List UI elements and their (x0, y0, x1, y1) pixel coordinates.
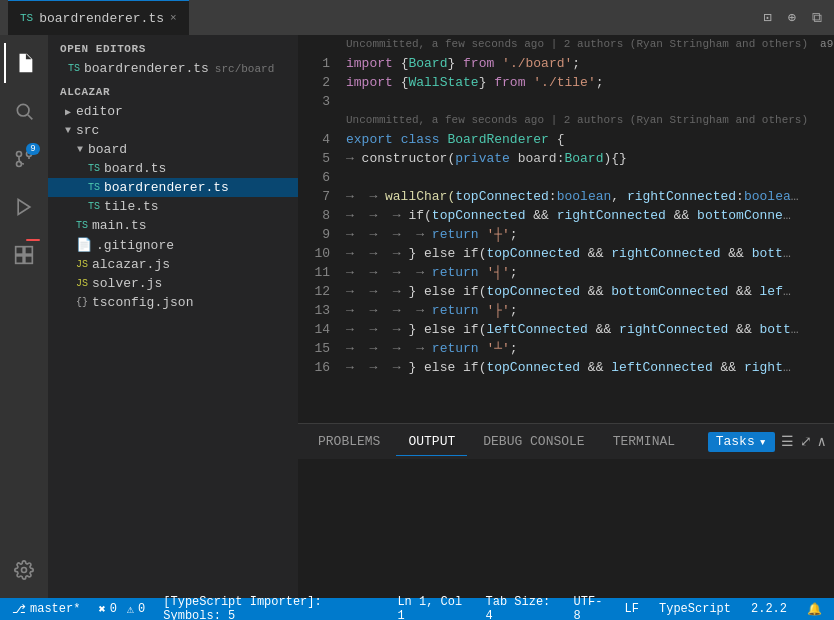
encoding-label: UTF-8 (574, 595, 605, 620)
status-version[interactable]: 2.2.2 (747, 598, 791, 620)
ts-icon-main: TS (76, 220, 88, 231)
tree-item-boardrenderer-ts[interactable]: TS boardrenderer.ts (48, 178, 298, 197)
bell-icon: 🔔 (807, 602, 822, 617)
svg-rect-7 (25, 247, 33, 255)
activity-settings[interactable] (4, 550, 44, 590)
status-language[interactable]: TypeScript (655, 598, 735, 620)
svg-rect-8 (16, 256, 24, 264)
panel-content (298, 459, 834, 598)
tree-item-src[interactable]: ▼ src (48, 121, 298, 140)
code-line-12: → → → } else if( topConnected && bottomC… (338, 282, 834, 301)
activity-files[interactable] (4, 43, 44, 83)
code-line-14: → → → } else if( leftConnected && rightC… (338, 320, 834, 339)
open-editors-section: OPEN EDITORS (48, 35, 298, 59)
tree-item-board[interactable]: ▼ board (48, 140, 298, 159)
tree-label-alcazar: alcazar.js (92, 257, 170, 272)
panel-tab-output[interactable]: OUTPUT (396, 428, 467, 456)
js-icon-alcazar: JS (76, 259, 88, 270)
status-branch[interactable]: ⎇ master* (8, 598, 84, 620)
activity-extensions[interactable] (4, 235, 44, 275)
svg-rect-9 (25, 256, 33, 264)
tree-item-tsconfig[interactable]: {} tsconfig.json (48, 293, 298, 312)
code-line-5: → constructor( private board: Board ){} (338, 149, 834, 168)
line-number-16: 16 (298, 358, 330, 377)
ts-importer-label: [TypeScript Importer]: Symbols: 5 (163, 595, 377, 620)
tab-actions: ⊡ ⊕ ⧉ (759, 7, 826, 28)
code-line-1: import {Board} from './board' ; (338, 54, 834, 73)
editor-content[interactable]: 1 2 3 4 5 6 7 8 9 10 11 12 13 1 (298, 35, 834, 423)
tree-item-editor[interactable]: ▶ editor (48, 102, 298, 121)
tree-label-tsconfig: tsconfig.json (92, 295, 193, 310)
tree-label-gitignore: .gitignore (96, 238, 174, 253)
open-editor-label: boardrenderer.ts (84, 61, 209, 76)
activity-debug[interactable] (4, 187, 44, 227)
panel-icon-close[interactable]: ∧ (818, 433, 826, 450)
position-label: Ln 1, Col 1 (397, 595, 465, 620)
code-lines: Uncommitted, a few seconds ago | 2 autho… (338, 35, 834, 423)
tree-item-alcazar-js[interactable]: JS alcazar.js (48, 255, 298, 274)
tree-item-main-ts[interactable]: TS main.ts (48, 216, 298, 235)
tree-item-gitignore[interactable]: 📄 .gitignore (48, 235, 298, 255)
line-number-6: 6 (298, 168, 330, 187)
status-encoding[interactable]: UTF-8 (570, 598, 609, 620)
pin-icon[interactable]: ⊕ (784, 7, 800, 28)
code-line-11: → → → → return '┤' ; (338, 263, 834, 282)
collapse-arrow-editor: ▶ (60, 106, 76, 118)
warning-count: 0 (138, 602, 145, 616)
error-count: 0 (110, 602, 117, 616)
editor-tab[interactable]: TS boardrenderer.ts × (8, 0, 189, 35)
activity-source-control[interactable]: 9 (4, 139, 44, 179)
tree-label-solver: solver.js (92, 276, 162, 291)
version-label: 2.2.2 (751, 602, 787, 616)
line-number-12: 12 (298, 282, 330, 301)
svg-point-0 (17, 104, 29, 116)
ts-icon-small: TS (68, 63, 80, 74)
activity-search[interactable] (4, 91, 44, 131)
branch-name: master* (30, 602, 80, 616)
panel-tab-debug-console[interactable]: DEBUG CONSOLE (471, 428, 596, 455)
panel-tab-icons: Tasks ▾ ☰ ⤢ ∧ (708, 432, 826, 452)
status-right: Ln 1, Col 1 Tab Size: 4 UTF-8 LF TypeScr… (393, 598, 826, 620)
status-position[interactable]: Ln 1, Col 1 (393, 598, 469, 620)
layout-icon[interactable]: ⧉ (808, 8, 826, 28)
split-editor-icon[interactable]: ⊡ (759, 7, 775, 28)
line-number-14: 14 (298, 320, 330, 339)
tree-label-src: src (76, 123, 99, 138)
svg-marker-5 (18, 200, 30, 215)
panel-tab-terminal[interactable]: TERMINAL (601, 428, 687, 455)
tree-label-boardrenderer: boardrenderer.ts (104, 180, 229, 195)
status-bell[interactable]: 🔔 (803, 598, 826, 620)
json-icon-tsconfig: {} (76, 297, 88, 308)
tab-filename: boardrenderer.ts (39, 11, 164, 26)
tree-item-solver-js[interactable]: JS solver.js (48, 274, 298, 293)
alcazar-section: ALCAZAR (48, 78, 298, 102)
line-number-git1 (298, 35, 330, 54)
panel-tabs: PROBLEMS OUTPUT DEBUG CONSOLE TERMINAL T… (298, 424, 834, 459)
tab-size-label: Tab Size: 4 (486, 595, 554, 620)
panel-icon-list[interactable]: ☰ (781, 433, 794, 450)
status-errors[interactable]: ✖ 0 ⚠ 0 (94, 598, 149, 620)
code-line-3 (338, 92, 834, 111)
ts-icon-tile: TS (88, 201, 100, 212)
line-numbers: 1 2 3 4 5 6 7 8 9 10 11 12 13 1 (298, 35, 338, 423)
tree-label-board-ts: board.ts (104, 161, 166, 176)
tree-label-tile: tile.ts (104, 199, 159, 214)
line-number-11: 11 (298, 263, 330, 282)
open-editor-boardrenderer[interactable]: TS boardrenderer.ts src/board (48, 59, 298, 78)
status-left: ⎇ master* ✖ 0 ⚠ 0 [TypeScript Importer]:… (8, 598, 381, 620)
status-ts-importer[interactable]: [TypeScript Importer]: Symbols: 5 (159, 598, 381, 620)
code-line-2: import {WallState} from './tile' ; (338, 73, 834, 92)
tasks-dropdown[interactable]: Tasks ▾ (708, 432, 775, 452)
open-editor-path: src/board (215, 63, 274, 75)
ts-file-icon: TS (20, 12, 33, 24)
tree-item-tile-ts[interactable]: TS tile.ts (48, 197, 298, 216)
panel-icon-expand[interactable]: ⤢ (800, 433, 812, 450)
status-tab-size[interactable]: Tab Size: 4 (482, 598, 558, 620)
panel-tab-problems[interactable]: PROBLEMS (306, 428, 392, 455)
tree-item-board-ts[interactable]: TS board.ts (48, 159, 298, 178)
line-number-7: 7 (298, 187, 330, 206)
svg-line-1 (28, 115, 33, 120)
tab-close-button[interactable]: × (170, 12, 177, 24)
status-line-ending[interactable]: LF (621, 598, 643, 620)
title-bar: TS boardrenderer.ts × ⊡ ⊕ ⧉ (0, 0, 834, 35)
